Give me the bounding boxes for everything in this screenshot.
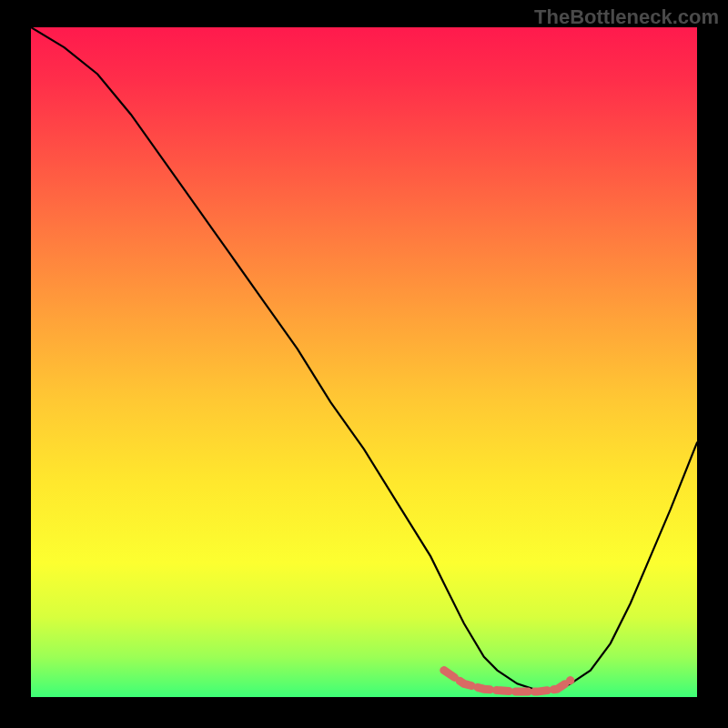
chart-svg xyxy=(31,27,697,697)
optimal-range-path xyxy=(444,671,571,693)
watermark-text: TheBottleneck.com xyxy=(534,5,719,29)
chart-plot-area xyxy=(31,27,697,697)
bottleneck-curve-path xyxy=(31,27,697,691)
